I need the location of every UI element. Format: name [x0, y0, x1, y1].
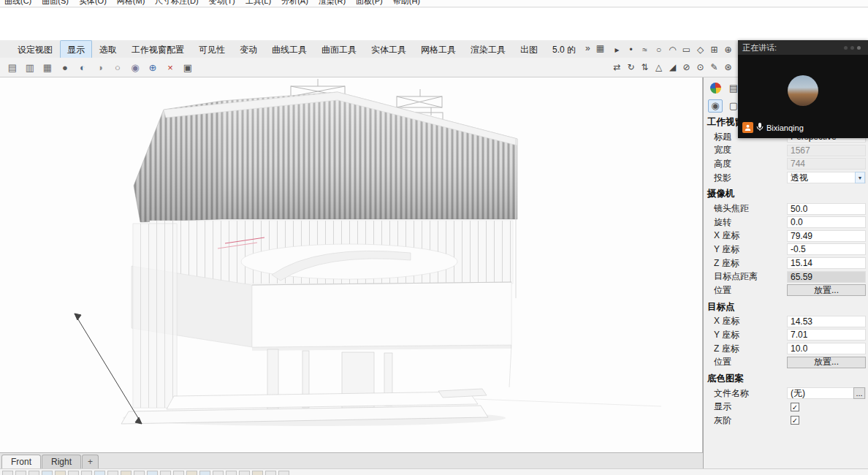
menu-item-8[interactable]: 渲染(R) [319, 0, 346, 7]
panel-value-field[interactable]: 15.14 [787, 257, 866, 269]
tab-overflow-chevron-icon[interactable]: » [583, 40, 593, 58]
toolbar-tab-9[interactable]: 网格工具 [414, 40, 463, 58]
bottom-toolbar-icon-6[interactable] [81, 471, 92, 475]
panel-value-field[interactable]: 79.49 [787, 230, 866, 242]
bottom-toolbar-icon-17[interactable] [226, 471, 237, 475]
viewport-tab-right[interactable]: Right [42, 455, 81, 468]
toolbar-tab-8[interactable]: 实体工具 [364, 40, 414, 58]
toolbar-tab-10[interactable]: 渲染工具 [463, 40, 513, 58]
menu-item-3[interactable]: 网格(M) [117, 0, 145, 7]
video-call-overlay[interactable]: 正在讲话: Bixianqing [738, 40, 868, 138]
toolbar-tab-1[interactable]: 显示 [60, 40, 92, 58]
toolbar-tab-6[interactable]: 曲线工具 [264, 40, 314, 58]
toolbar-tab-0[interactable]: 设定视图 [10, 40, 60, 58]
bottom-toolbar-icon-1[interactable] [15, 471, 26, 475]
panel-value-field[interactable]: 65.59 [787, 271, 866, 283]
rectangle-icon[interactable]: ▭ [679, 41, 693, 58]
bottom-toolbar-icon-18[interactable] [239, 471, 250, 475]
shaded-mode-icon[interactable]: ● [57, 60, 73, 75]
bottom-toolbar-icon-20[interactable] [265, 471, 276, 475]
toolbar-tab-2[interactable]: 选取 [92, 40, 124, 58]
panel-value-field[interactable]: 10.0 [787, 343, 866, 354]
toolbar-tab-11[interactable]: 出图 [513, 40, 545, 58]
command-area[interactable] [0, 8, 868, 40]
rotate-icon[interactable]: ↻ [624, 58, 638, 76]
trim-icon[interactable]: ⊘ [679, 58, 693, 76]
bottom-toolbar-icon-7[interactable] [94, 471, 105, 475]
menu-item-6[interactable]: 工具(L) [245, 0, 271, 7]
bottom-toolbar-icon-21[interactable] [278, 471, 289, 475]
toolbar-tab-4[interactable]: 可见性 [191, 40, 232, 58]
curve-icon[interactable]: ≈ [638, 41, 652, 58]
panel-value-field[interactable]: 14.53 [787, 316, 866, 327]
bottom-toolbar-icon-15[interactable] [199, 471, 210, 475]
bottom-toolbar-icon-12[interactable] [160, 471, 171, 475]
place-button[interactable]: 放置... [787, 284, 866, 296]
menu-item-2[interactable]: 实体(O) [79, 0, 107, 7]
bottom-toolbar-icon-16[interactable] [213, 471, 224, 475]
menu-item-4[interactable]: 尺寸标注(D) [155, 0, 198, 7]
mirror-icon[interactable]: ⇅ [638, 58, 652, 76]
bottom-toolbar-icon-11[interactable] [147, 471, 158, 475]
extrude-icon[interactable]: △ [652, 58, 666, 76]
toolbar-tab-3[interactable]: 工作视窗配置 [124, 40, 191, 58]
bottom-toolbar-icon-19[interactable] [252, 471, 263, 475]
viewport-tab-front[interactable]: Front [1, 455, 41, 468]
surface-grid-icon[interactable]: ⊞ [707, 41, 721, 58]
bottom-toolbar-icon-3[interactable] [42, 471, 53, 475]
monitor-icon[interactable]: ▣ [180, 60, 196, 75]
point-icon[interactable]: • [624, 41, 638, 58]
panel-value-field[interactable]: 744 [787, 158, 866, 170]
checkbox-icon[interactable]: ✓ [791, 403, 799, 411]
menu-item-1[interactable]: 曲面(S) [42, 0, 69, 7]
toolbar-tab-7[interactable]: 曲面工具 [314, 40, 364, 58]
menu-item-0[interactable]: 曲线(C) [4, 0, 31, 7]
bottom-toolbar-icon-4[interactable] [55, 471, 66, 475]
bottom-toolbar-icon-13[interactable] [173, 471, 184, 475]
viewport-tab-add[interactable]: + [82, 455, 99, 468]
tab-grid-icon[interactable]: ▦ [593, 40, 608, 58]
menu-item-10[interactable]: 帮助(H) [393, 0, 420, 7]
toolbar-tab-12[interactable]: 5.0 的 [545, 40, 583, 58]
panel-value-field[interactable]: 50.0 [787, 203, 866, 215]
pointer-cursor-icon[interactable]: ▸ [610, 41, 624, 58]
copy-display-icon[interactable]: ▤ [4, 60, 20, 75]
toolbar-tab-5[interactable]: 变动 [232, 40, 264, 58]
circle-icon[interactable]: ○ [652, 41, 666, 58]
bottom-toolbar-icon-5[interactable] [68, 471, 79, 475]
fillet-icon[interactable]: ◢ [666, 58, 679, 76]
panel-value-field[interactable]: 1567 [787, 145, 866, 156]
place-button[interactable]: 放置... [787, 357, 866, 368]
arc-icon[interactable]: ◠ [666, 41, 679, 58]
paste-display-icon[interactable]: ▥ [22, 60, 38, 75]
polygon-icon[interactable]: ◇ [693, 41, 707, 58]
browse-button[interactable]: ... [853, 387, 865, 399]
panel-value-field[interactable]: 7.01 [787, 329, 866, 341]
bottom-toolbar-icon-2[interactable] [28, 471, 39, 475]
panel-value-field[interactable]: 透视▾ [787, 172, 866, 183]
dropdown-chevron-icon[interactable]: ▾ [855, 172, 865, 183]
properties-icon[interactable] [708, 82, 723, 95]
panel-value-field[interactable]: -0.5 [787, 243, 866, 255]
bottom-toolbar-icon-8[interactable] [107, 471, 118, 475]
menu-item-5[interactable]: 变动(T) [209, 0, 235, 7]
raytraced-mode-icon[interactable]: ⊕ [145, 60, 161, 75]
sphere-icon[interactable]: ⊕ [721, 41, 735, 58]
annotate-pencil-icon[interactable]: ✎ [707, 58, 721, 76]
xray-mode-icon[interactable]: ◉ [127, 60, 143, 75]
bottom-toolbar-icon-14[interactable] [186, 471, 197, 475]
panel-value-field[interactable]: 0.0 [787, 216, 866, 228]
bottom-toolbar-icon-9[interactable] [121, 471, 132, 475]
join-icon[interactable]: ⊙ [693, 58, 707, 76]
capture-display-icon[interactable]: ▦ [39, 60, 56, 75]
perspective-viewport[interactable] [0, 77, 703, 452]
move-icon[interactable]: ⇄ [610, 58, 624, 76]
panel-value-field[interactable]: (无)... [787, 387, 866, 399]
bottom-toolbar-icon-0[interactable] [2, 471, 13, 475]
checkbox-icon[interactable]: ✓ [791, 416, 799, 425]
wireframe-mode-icon[interactable]: ○ [110, 60, 126, 75]
menu-item-7[interactable]: 分析(A) [281, 0, 308, 7]
rendered-mode-icon[interactable]: ◐ [75, 60, 91, 75]
menu-item-9[interactable]: 面板(P) [356, 0, 383, 7]
viewport-properties-icon[interactable]: ◉ [708, 99, 723, 113]
